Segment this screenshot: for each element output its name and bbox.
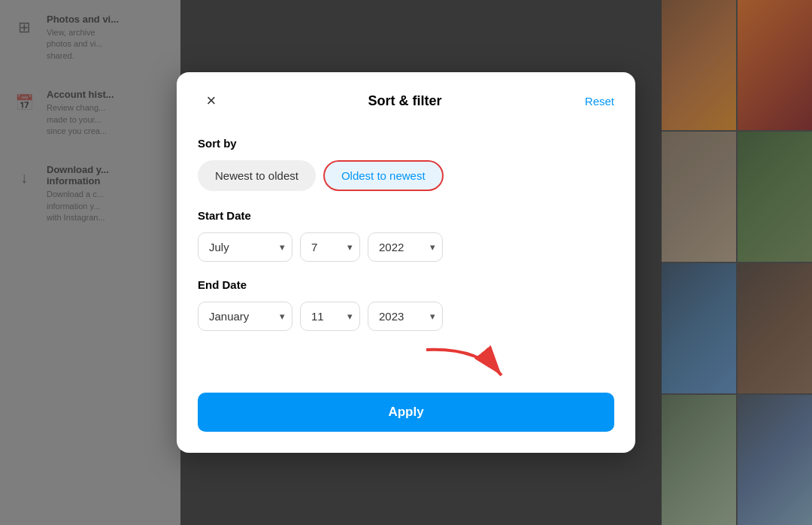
- modal-title: Sort & filter: [225, 93, 585, 109]
- start-year-select[interactable]: 20202021202220232024: [368, 232, 443, 262]
- modal-backdrop: × Sort & filter Reset Sort by Newest to …: [0, 0, 812, 525]
- end-month-wrap: JanuaryFebruaryMarchAprilMayJuneJulyAugu…: [198, 302, 292, 331]
- end-date-row: JanuaryFebruaryMarchAprilMayJuneJulyAugu…: [198, 302, 614, 331]
- apply-button[interactable]: Apply: [198, 393, 614, 432]
- end-year-wrap: 20202021202220232024 ▾: [368, 302, 443, 331]
- start-year-wrap: 20202021202220232024 ▾: [368, 232, 443, 262]
- start-date-row: JanuaryFebruaryMarchAprilMayJuneJulyAugu…: [198, 232, 614, 262]
- reset-button[interactable]: Reset: [585, 95, 614, 108]
- sort-filter-modal: × Sort & filter Reset Sort by Newest to …: [177, 72, 635, 453]
- start-day-select[interactable]: 123456789101112: [300, 232, 360, 262]
- start-month-select[interactable]: JanuaryFebruaryMarchAprilMayJuneJulyAugu…: [198, 232, 292, 262]
- end-day-wrap: 123456789101112 ▾: [300, 302, 360, 331]
- start-day-wrap: 123456789101112 ▾: [300, 232, 360, 262]
- sort-oldest-button[interactable]: Oldest to newest: [323, 160, 444, 191]
- sort-options: Newest to oldest Oldest to newest: [198, 160, 614, 191]
- sort-newest-button[interactable]: Newest to oldest: [198, 160, 316, 191]
- arrow-annotation: [198, 347, 614, 393]
- start-month-wrap: JanuaryFebruaryMarchAprilMayJuneJulyAugu…: [198, 232, 292, 262]
- modal-body: Sort by Newest to oldest Oldest to newes…: [177, 126, 635, 393]
- end-date-label: End Date: [198, 278, 614, 291]
- modal-header: × Sort & filter Reset: [177, 72, 635, 126]
- sort-by-label: Sort by: [198, 137, 614, 150]
- end-year-select[interactable]: 20202021202220232024: [368, 302, 443, 331]
- modal-footer: Apply: [177, 393, 635, 453]
- red-arrow-icon: [419, 344, 517, 385]
- start-date-label: Start Date: [198, 209, 614, 222]
- end-day-select[interactable]: 123456789101112: [300, 302, 360, 331]
- close-button[interactable]: ×: [198, 87, 225, 114]
- end-month-select[interactable]: JanuaryFebruaryMarchAprilMayJuneJulyAugu…: [198, 302, 292, 331]
